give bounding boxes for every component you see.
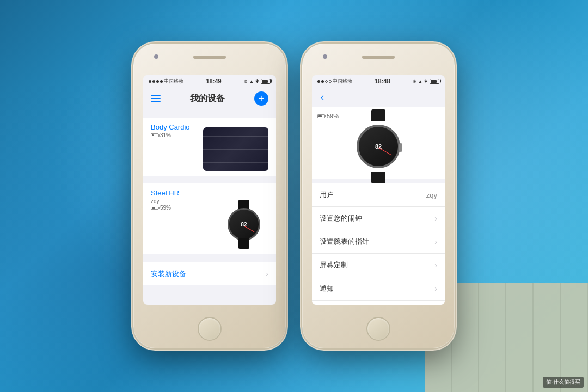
page-title-1: 我的设备 <box>161 93 254 105</box>
bat-icon-1 <box>151 133 158 137</box>
hamburger-button[interactable] <box>151 95 161 102</box>
wifi-icon-2: ⊛ <box>413 79 416 84</box>
settings-label-hands: 设置腕表的指针 <box>320 237 369 247</box>
hero-watch-face: 82 <box>357 125 400 168</box>
signal-dots <box>149 80 163 83</box>
watch-hero-section: 59% 82 <box>312 107 445 179</box>
settings-list: 用户 zqy 设置您的闹钟 › 设置腕表的指针 › 屏幕定制 › <box>312 183 445 305</box>
bat-fill-1 <box>152 134 154 136</box>
battery-fill-1 <box>262 80 268 83</box>
watch-hand <box>244 226 255 232</box>
install-device-row[interactable]: 安装新设备 › <box>143 262 276 285</box>
status-left-2: 中国移动 <box>317 78 352 85</box>
bat-pct-2: 59% <box>160 205 171 211</box>
time-2: 18:48 <box>375 78 390 84</box>
dot2-4 <box>329 80 332 83</box>
add-device-button[interactable]: + <box>254 91 268 106</box>
battery-icon-1 <box>261 79 271 84</box>
status-left-1: 中国移动 <box>149 78 183 85</box>
speaker <box>193 56 226 59</box>
settings-right-user: zqy <box>426 191 437 199</box>
scale-lines <box>203 127 268 171</box>
watermark: 值·什么值得买 <box>543 377 584 388</box>
back-button[interactable]: ‹ <box>317 90 327 104</box>
hamburger-line3 <box>151 101 161 102</box>
watch-hero-image: 82 <box>346 119 411 174</box>
time-1: 18:49 <box>206 78 221 84</box>
signal-dots-2 <box>317 80 332 83</box>
hero-bat-fill <box>318 115 322 117</box>
bat-fill-2 <box>152 207 155 209</box>
bat-pct-1: 31% <box>160 132 171 138</box>
settings-row-brightness[interactable]: 自动亮度 <box>312 301 445 305</box>
bat-icon-2 <box>151 206 158 210</box>
carrier-2: 中国移动 <box>333 78 352 85</box>
body-cardio-card[interactable]: Body Cardio 31% <box>143 118 276 176</box>
scale-image <box>203 127 268 171</box>
battery-fill-2 <box>431 80 437 83</box>
signal-icon-2: ▲ <box>418 79 422 84</box>
chevron-screen: › <box>434 261 437 270</box>
dot4 <box>160 80 163 83</box>
phone2-screen: 中国移动 18:48 ⊛ ▲ ✱ ‹ <box>312 75 445 305</box>
settings-value-user: zqy <box>426 191 437 199</box>
home-button-1[interactable] <box>198 317 222 341</box>
gap1 <box>143 110 276 114</box>
gap2 <box>143 258 276 262</box>
watch-hero-wrapper: 82 <box>351 119 406 174</box>
settings-label-notify: 通知 <box>320 284 334 293</box>
wifi-icon: ⊛ <box>244 79 248 84</box>
strap-bottom-1 <box>238 238 249 249</box>
hero-bat-icon <box>317 114 325 118</box>
dot2-1 <box>317 80 320 83</box>
status-right-2: ⊛ ▲ ✱ <box>413 79 439 84</box>
hero-bat-pct: 59% <box>327 113 339 119</box>
phones-container: 中国移动 18:49 ⊛ ▲ ✱ 我的 <box>0 0 588 392</box>
settings-row-hands[interactable]: 设置腕表的指针 › <box>312 230 445 254</box>
phone1-screen: 中国移动 18:49 ⊛ ▲ ✱ 我的 <box>143 75 276 305</box>
hero-battery-status: 59% <box>317 113 339 119</box>
status-bar-1: 中国移动 18:49 ⊛ ▲ ✱ <box>143 75 276 87</box>
carrier-1: 中国移动 <box>164 78 183 85</box>
settings-row-screen[interactable]: 屏幕定制 › <box>312 254 445 277</box>
dot2-2 <box>321 80 324 83</box>
speaker-2 <box>362 56 395 59</box>
camera-2 <box>323 54 327 59</box>
dot1 <box>149 80 151 83</box>
hero-watch-hand <box>378 148 392 156</box>
sl3 <box>203 149 268 150</box>
sl5 <box>203 162 268 163</box>
dot3 <box>156 80 159 83</box>
bluetooth-icon: ✱ <box>255 79 259 84</box>
hero-strap-top <box>371 109 385 121</box>
chevron-install: › <box>266 270 268 278</box>
sl4 <box>203 156 268 156</box>
settings-row-user[interactable]: 用户 zqy <box>312 183 445 207</box>
bluetooth-icon-2: ✱ <box>424 79 428 84</box>
device-name-2: Steel HR <box>151 189 268 197</box>
status-bar-2: 中国移动 18:48 ⊛ ▲ ✱ <box>312 75 445 87</box>
status-right-1: ⊛ ▲ ✱ <box>244 79 271 84</box>
settings-label-user: 用户 <box>320 190 334 200</box>
steel-hr-card[interactable]: Steel HR zqy 59% 82 <box>143 183 276 254</box>
settings-row-notify[interactable]: 通知 › <box>312 277 445 301</box>
watch-face-1: 82 <box>228 208 260 241</box>
watch-crown <box>399 143 402 152</box>
phone2-navbar: ‹ <box>312 87 445 107</box>
settings-label-alarm: 设置您的闹钟 <box>320 213 362 223</box>
battery-icon-2 <box>430 79 439 84</box>
hamburger-line2 <box>151 98 161 99</box>
divider1 <box>143 180 276 180</box>
settings-row-alarm[interactable]: 设置您的闹钟 › <box>312 207 445 230</box>
phone2: 中国移动 18:48 ⊛ ▲ ✱ ‹ <box>302 44 455 348</box>
hero-strap-bottom <box>371 171 385 183</box>
chevron-alarm: › <box>434 214 437 223</box>
hamburger-line1 <box>151 95 161 96</box>
home-button-2[interactable] <box>366 317 390 341</box>
phone1-navbar: 我的设备 + <box>143 87 276 110</box>
phone1: 中国移动 18:49 ⊛ ▲ ✱ 我的 <box>133 44 286 348</box>
camera <box>154 54 158 59</box>
settings-label-screen: 屏幕定制 <box>320 260 348 270</box>
watch-image-1: 82 <box>219 200 268 249</box>
dot2-3 <box>325 80 328 83</box>
